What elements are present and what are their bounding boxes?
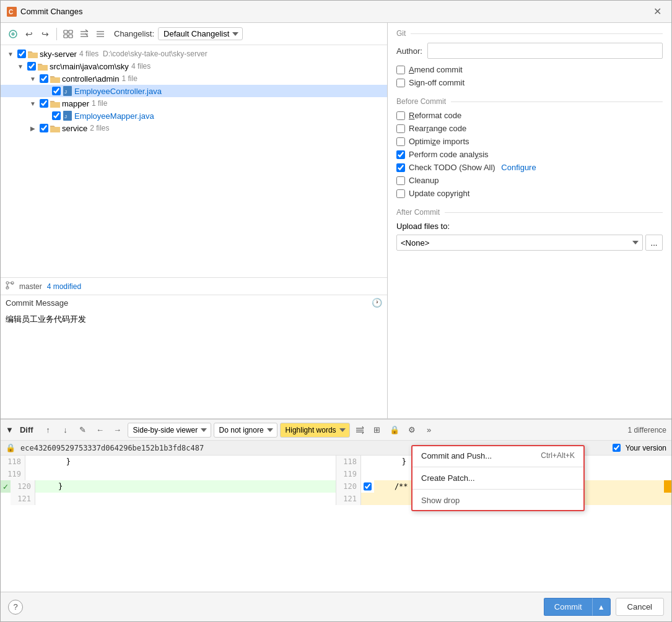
- before-commit-label: Before Commit: [396, 97, 446, 106]
- checkbox-sky-server[interactable]: [17, 50, 26, 58]
- service-label: service: [62, 124, 87, 133]
- sky-server-label: sky-server: [40, 50, 77, 59]
- upload-select[interactable]: <None>: [396, 235, 643, 251]
- after-commit-label: After Commit: [396, 208, 440, 217]
- folder-icon-sky-server: [28, 49, 38, 59]
- diff-more-btn[interactable]: »: [422, 423, 437, 438]
- diff-section: ▼ Diff ↑ ↓ ✎ ← → Side-by-side viewer Do …: [1, 418, 671, 592]
- perform-analysis-checkbox[interactable]: [396, 150, 405, 159]
- diff-lock-btn[interactable]: 🔒: [387, 423, 402, 438]
- diff-split-btn[interactable]: ⊞: [370, 423, 385, 438]
- close-button[interactable]: ✕: [650, 6, 665, 18]
- diff-down-btn[interactable]: ↓: [58, 423, 73, 438]
- checkbox-employee-controller[interactable]: [52, 87, 61, 95]
- file-tree[interactable]: ▼ sky-server 4 files D:\code\sky-take-ou…: [1, 45, 387, 277]
- file-icon-employee-mapper: J: [63, 111, 72, 121]
- tree-arrow-sky-server[interactable]: ▼: [6, 49, 15, 59]
- diff-file-checkbox[interactable]: [613, 444, 621, 452]
- sign-off-label[interactable]: Sign-off commit: [409, 78, 465, 87]
- reformat-code-checkbox[interactable]: [396, 111, 405, 120]
- tree-arrow-service[interactable]: ▶: [28, 123, 38, 133]
- tree-item-mapper[interactable]: ▼ mapper 1 file: [1, 97, 387, 110]
- rearrange-code-label[interactable]: Rearrange code: [409, 124, 466, 133]
- configure-link[interactable]: Configure: [501, 163, 536, 172]
- sign-off-row: Sign-off commit: [396, 78, 663, 87]
- diff-content[interactable]: 🔒 ece432609529753337d064296be152b1b3fd8c…: [1, 441, 671, 592]
- amend-commit-checkbox[interactable]: [396, 66, 405, 74]
- cleanup-checkbox[interactable]: [396, 176, 405, 185]
- checkbox-controller[interactable]: [40, 74, 48, 83]
- optimize-imports-label[interactable]: Optimize imports: [409, 137, 469, 146]
- before-commit-line: [451, 102, 663, 102]
- svg-text:J: J: [64, 89, 67, 95]
- svg-rect-6: [69, 30, 72, 33]
- diff-edit-btn[interactable]: ✎: [76, 423, 90, 438]
- sign-off-checkbox[interactable]: [396, 79, 405, 87]
- checkbox-src[interactable]: [27, 62, 36, 71]
- upload-ellipsis-btn[interactable]: ...: [645, 235, 663, 251]
- changelist-select[interactable]: Default Changelist: [158, 27, 243, 40]
- diff-prev-btn[interactable]: ←: [93, 423, 108, 438]
- commit-dropdown-button[interactable]: ▲: [592, 598, 611, 616]
- reformat-code-label[interactable]: Reformat code: [409, 111, 461, 120]
- diff-right-checkbox-120[interactable]: [364, 482, 372, 491]
- commit-button[interactable]: Commit: [544, 598, 592, 616]
- diff-align-btn[interactable]: [352, 423, 367, 438]
- diff-up-btn[interactable]: ↑: [41, 423, 56, 438]
- add-button[interactable]: [6, 27, 20, 41]
- redo-button[interactable]: ↪: [38, 27, 53, 41]
- title-bar: C Commit Changes ✕: [1, 1, 671, 23]
- cancel-button[interactable]: Cancel: [616, 598, 664, 616]
- tree-item-src[interactable]: ▼ src\main\java\com\sky 4 files: [1, 60, 387, 72]
- diff-linenum-right-119: 119: [336, 468, 361, 480]
- collapse-all-button[interactable]: [93, 27, 108, 41]
- diff-settings-btn[interactable]: ⚙: [404, 423, 419, 438]
- tree-item-controller[interactable]: ▼ controller\admin 1 file: [1, 72, 387, 85]
- dropdown-separator2: [412, 489, 583, 490]
- tree-item-sky-server[interactable]: ▼ sky-server 4 files D:\code\sky-take-ou…: [1, 48, 387, 60]
- perform-analysis-label[interactable]: Perform code analysis: [409, 150, 489, 159]
- help-button[interactable]: ?: [8, 600, 23, 615]
- reformat-code-row: Reformat code: [396, 111, 663, 120]
- diff-collapse-arrow[interactable]: ▼: [6, 425, 14, 434]
- tree-arrow-controller[interactable]: ▼: [28, 74, 38, 84]
- ignore-select[interactable]: Do not ignore: [214, 423, 277, 438]
- commit-and-push-item[interactable]: Commit and Push... Ctrl+Alt+K: [412, 446, 583, 465]
- expand-all-button[interactable]: [77, 27, 92, 41]
- git-label: Git: [396, 29, 406, 38]
- checkbox-service[interactable]: [40, 124, 48, 132]
- diff-next-btn[interactable]: →: [110, 423, 125, 438]
- create-patch-item[interactable]: Create Patch...: [412, 469, 583, 488]
- commit-message-input[interactable]: 编辑员工业务代码开发: [1, 310, 387, 418]
- checkbox-employee-mapper[interactable]: [52, 111, 61, 120]
- clock-icon[interactable]: 🕐: [372, 298, 382, 308]
- amend-commit-label[interactable]: Amend commit: [409, 65, 463, 74]
- cleanup-label[interactable]: Cleanup: [409, 176, 439, 185]
- diff-check-icon-left: ✓: [1, 480, 11, 493]
- undo-button[interactable]: ↩: [22, 27, 37, 41]
- tree-arrow-mapper[interactable]: ▼: [28, 98, 38, 108]
- checkbox-mapper[interactable]: [40, 99, 48, 108]
- update-copyright-label[interactable]: Update copyright: [409, 189, 469, 198]
- tree-item-employee-controller[interactable]: J EmployeeController.java: [1, 85, 387, 97]
- optimize-imports-checkbox[interactable]: [396, 137, 405, 146]
- src-info: 4 files: [131, 62, 151, 71]
- viewer-select[interactable]: Side-by-side viewer: [128, 423, 211, 438]
- tree-arrow-src[interactable]: ▼: [15, 61, 25, 71]
- before-commit-header: Before Commit: [396, 97, 663, 106]
- svg-text:J: J: [64, 114, 67, 119]
- group-button[interactable]: [61, 27, 76, 41]
- check-todo-label[interactable]: Check TODO (Show All): [409, 163, 497, 172]
- diff-left-120: ✓ 120 }: [1, 480, 336, 493]
- check-todo-checkbox[interactable]: [396, 163, 405, 172]
- author-input[interactable]: [427, 43, 663, 59]
- svg-rect-7: [64, 35, 68, 38]
- employee-mapper-label: EmployeeMapper.java: [74, 111, 154, 121]
- tree-item-service[interactable]: ▶ service 2 files: [1, 122, 387, 134]
- rearrange-code-checkbox[interactable]: [396, 124, 405, 133]
- diff-content-left-119: [25, 468, 336, 480]
- highlight-select[interactable]: Highlight words: [280, 423, 350, 438]
- amend-commit-row: Amend commit: [396, 65, 663, 74]
- update-copyright-checkbox[interactable]: [396, 189, 405, 198]
- tree-item-employee-mapper[interactable]: J EmployeeMapper.java: [1, 110, 387, 122]
